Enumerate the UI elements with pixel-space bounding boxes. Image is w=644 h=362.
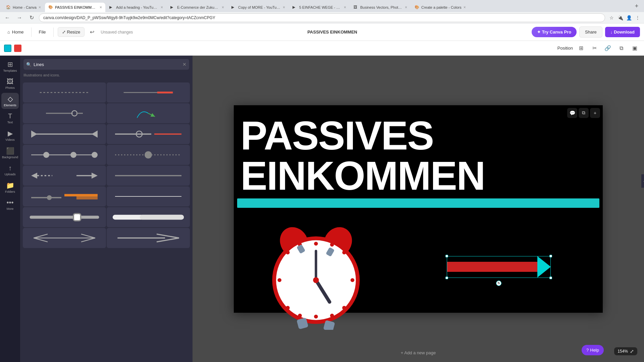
tab-close-button[interactable]: × <box>464 5 466 10</box>
browser-bar: 🏠Home - Canva×🎨PASSIVES EINKOMMEN - You.… <box>0 0 644 12</box>
browser-tab[interactable]: ▶Copy of MORE - YouTube Thu...× <box>228 3 288 12</box>
scissors-icon-btn[interactable]: ✂ <box>589 43 600 54</box>
tab-close-button[interactable]: × <box>344 5 346 10</box>
canvas-title[interactable]: PASSIVES EINKOMMEN <box>240 115 596 196</box>
sidebar-icon-templates[interactable]: ⊞Templates <box>1 58 19 74</box>
grid-icon-btn[interactable]: ⊞ <box>576 43 586 54</box>
back-button[interactable]: ← <box>3 13 12 22</box>
line-element[interactable] <box>107 82 190 103</box>
svg-point-15 <box>92 152 98 158</box>
line-element[interactable] <box>23 166 106 186</box>
sidebar-icon-videos[interactable]: ▶Videos <box>1 127 19 143</box>
browser-tab[interactable]: 🖼Business Vectors, Photos and...× <box>350 3 411 12</box>
handle-bottom-right[interactable] <box>549 277 552 279</box>
resize-label: Resize <box>67 29 80 35</box>
resize-button[interactable]: ⤢ Resize <box>58 27 85 37</box>
sidebar-icon-elements[interactable]: ◇Elements <box>1 93 19 109</box>
line-element[interactable] <box>107 186 190 206</box>
layers-icon-btn[interactable]: ⧉ <box>616 43 627 54</box>
sidebar-icon-background[interactable]: ⬛Background <box>1 145 19 161</box>
search-input[interactable] <box>34 59 180 70</box>
sidebar-glyph: 🖼 <box>7 78 13 85</box>
tab-close-button[interactable]: × <box>161 5 163 10</box>
bookmark-icon[interactable]: ☆ <box>608 14 615 21</box>
undo-button[interactable]: ↩ <box>87 27 97 37</box>
sidebar-icon-text[interactable]: TText <box>1 110 19 126</box>
file-menu[interactable]: File <box>36 27 49 37</box>
try-pro-button[interactable]: ✦ Try Canva Pro <box>532 27 577 37</box>
line-element[interactable] <box>23 207 106 227</box>
refresh-button[interactable]: ↻ <box>27 13 36 22</box>
tab-close-button[interactable]: × <box>39 5 41 10</box>
share-button[interactable]: Share <box>579 26 602 38</box>
browser-tab[interactable]: ▶E-Commerce der Zukunft - Yu...× <box>167 3 227 12</box>
line-element[interactable] <box>107 145 190 165</box>
line-element[interactable] <box>107 207 190 227</box>
download-button[interactable]: ↓ Download <box>605 27 640 37</box>
sidebar-glyph: ••• <box>6 199 13 206</box>
menu-icon[interactable]: ⋮ <box>634 14 641 21</box>
add-button[interactable]: + <box>590 108 600 118</box>
home-icon: ⌂ <box>7 29 10 35</box>
browser-tab[interactable]: ▶5 EINFACHE WEGE - YouTube ...× <box>289 3 350 12</box>
sidebar-icon-more[interactable]: •••More <box>1 197 19 213</box>
tab-close-button[interactable]: × <box>100 5 102 10</box>
panel-content <box>20 80 193 362</box>
arrow-shape[interactable] <box>447 256 551 278</box>
duplicate-button[interactable]: ⧉ <box>579 108 589 118</box>
clock-container[interactable] <box>267 216 365 330</box>
address-input[interactable] <box>39 13 605 22</box>
selected-element[interactable]: ↻ <box>447 256 551 278</box>
svg-line-38 <box>157 234 179 238</box>
new-tab-button[interactable]: + <box>632 1 641 11</box>
handle-top-left[interactable] <box>445 255 448 257</box>
browser-tab[interactable]: 🎨Create a palette - Colors× <box>411 3 469 12</box>
browser-tab[interactable]: 🏠Home - Canva× <box>3 3 44 12</box>
line-element[interactable] <box>23 103 106 123</box>
zoom-expand-button[interactable]: ⤢ <box>630 349 634 354</box>
tab-close-button[interactable]: × <box>222 5 224 10</box>
comment-button[interactable]: 💬 <box>567 108 577 118</box>
browser-tab[interactable]: 🎨PASSIVES EINKOMMEN - You...× <box>45 3 105 12</box>
line-element[interactable] <box>23 186 106 206</box>
line-element[interactable] <box>23 82 106 103</box>
tab-close-button[interactable]: × <box>283 5 285 10</box>
color-swatch-red[interactable] <box>14 45 21 52</box>
collapse-sidebar-button[interactable]: ◀ <box>641 174 644 188</box>
svg-point-49 <box>342 250 346 254</box>
home-button[interactable]: ⌂ Home <box>4 27 27 37</box>
sidebar-icon-uploads[interactable]: ↑Uploads <box>1 162 19 178</box>
sidebar-icon-label: Uploads <box>4 173 15 176</box>
position-label[interactable]: Position <box>557 46 573 51</box>
link-icon-btn[interactable]: 🔗 <box>602 43 613 54</box>
canvas-area[interactable]: PASSIVES EINKOMMEN <box>193 56 644 362</box>
forward-button[interactable]: → <box>15 13 24 22</box>
line-element[interactable] <box>107 228 190 248</box>
canvas-teal-bar[interactable] <box>237 198 599 208</box>
tab-close-button[interactable]: × <box>405 5 407 10</box>
extension-icon[interactable]: 🔌 <box>616 14 624 21</box>
browser-tab[interactable]: ▶Add a heading - YouTube Thu...× <box>106 3 166 12</box>
color-swatch-teal[interactable] <box>4 45 11 52</box>
clear-search-button[interactable]: ✕ <box>182 62 186 67</box>
sidebar-glyph: T <box>8 112 12 120</box>
line-element[interactable] <box>23 124 106 144</box>
sidebar-icon-folders[interactable]: 📁Folders <box>1 179 19 195</box>
help-button[interactable]: ? Help <box>582 345 604 355</box>
sidebar-icon-photos[interactable]: 🖼Photos <box>1 76 19 92</box>
line-element[interactable] <box>23 228 106 248</box>
line-element[interactable] <box>107 103 190 123</box>
line-element[interactable] <box>107 124 190 144</box>
add-page-button[interactable]: + Add a new page <box>401 350 436 355</box>
rotate-handle[interactable]: ↻ <box>496 281 501 286</box>
handle-top-right[interactable] <box>549 255 552 257</box>
line-element[interactable] <box>23 145 106 165</box>
sidebar-icon-label: Folders <box>5 190 15 193</box>
tab-label: Home - Canva <box>13 5 37 9</box>
line-element[interactable] <box>107 166 190 186</box>
user-icon[interactable]: 👤 <box>625 14 633 21</box>
crop-icon-btn[interactable]: ▣ <box>629 43 640 54</box>
handle-bottom-left[interactable] <box>445 277 448 279</box>
sidebar-glyph: ⊞ <box>7 60 13 68</box>
svg-point-50 <box>286 306 290 310</box>
